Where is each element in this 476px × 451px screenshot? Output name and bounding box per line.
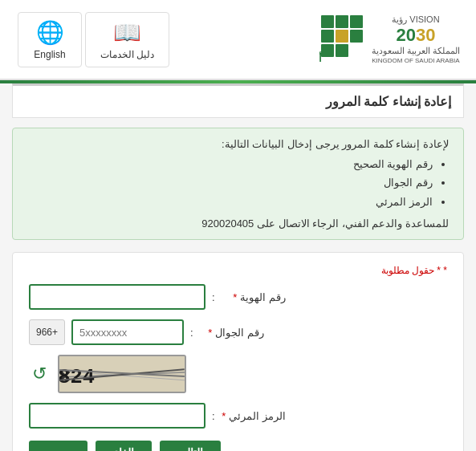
- captcha-image-row: × 6824 ↺: [29, 355, 447, 393]
- mobile-colon: :: [190, 327, 193, 339]
- header: VISION رؤية 2030 المملكة العربية السعودي…: [0, 0, 476, 80]
- id-label: رقم الهوية *: [222, 291, 286, 303]
- captcha-label: الرمز المرئي *: [222, 410, 286, 422]
- cancel-button[interactable]: إلغاء: [96, 441, 152, 451]
- captcha-req-star: *: [222, 410, 226, 422]
- vision-year: 2030: [396, 25, 435, 45]
- info-item-captcha: الرمز المرئي: [27, 193, 433, 211]
- mobile-field-row: رقم الجوال * : +966: [29, 319, 447, 345]
- required-note: * * حقول مطلوبة: [29, 265, 447, 276]
- id-input[interactable]: [29, 284, 205, 310]
- svg-text:6824: 6824: [59, 366, 95, 389]
- svg-rect-6: [321, 44, 334, 57]
- mobile-label-text: رقم الجوال: [215, 327, 264, 339]
- refresh-captcha-button[interactable]: ↺: [29, 360, 50, 388]
- id-field-row: رقم الهوية * :: [29, 284, 447, 310]
- id-req-star: *: [233, 291, 237, 303]
- absher-logo: أبشر: [319, 14, 364, 66]
- vision-label: VISION رؤية: [372, 14, 460, 25]
- book-icon: 📖: [113, 19, 141, 46]
- captcha-image: × 6824: [58, 355, 186, 393]
- buttons-row: التالي إلغاء مسح: [29, 441, 447, 451]
- required-star: *: [443, 265, 447, 276]
- page-title-bar: إعادة إنشاء كلمة المرور: [12, 83, 464, 118]
- id-label-text: رقم الهوية: [240, 291, 286, 303]
- info-item-id: رقم الهوية الصحيح: [27, 155, 433, 173]
- nav-english[interactable]: 🌐 English: [18, 12, 82, 67]
- form-area: * * حقول مطلوبة رقم الهوية * : رقم الجوا…: [12, 252, 464, 451]
- info-list: رقم الهوية الصحيح رقم الجوال الرمز المرئ…: [27, 155, 449, 211]
- captcha-svg: × 6824: [59, 355, 185, 393]
- captcha-input-row: الرمز المرئي * :: [29, 403, 447, 429]
- info-intro: لإعادة إنشاء كلمة المرور يرجى إدخال البي…: [27, 138, 449, 150]
- header-nav: 🌐 English 📖 دليل الخدمات: [16, 12, 171, 67]
- page-title: إعادة إنشاء كلمة المرور: [25, 94, 451, 109]
- nav-english-label: English: [34, 49, 65, 60]
- mobile-req-star: *: [208, 327, 212, 339]
- captcha-input[interactable]: [29, 403, 205, 429]
- captcha-colon: :: [212, 410, 215, 422]
- svg-rect-5: [350, 30, 363, 43]
- kingdom-label: المملكة العربية السعودية: [372, 46, 460, 56]
- nav-guide-label: دليل الخدمات: [100, 49, 154, 60]
- clear-button[interactable]: مسح: [29, 441, 87, 451]
- vision-text: VISION رؤية 2030 المملكة العربية السعودي…: [372, 14, 460, 64]
- info-item-mobile: رقم الجوال: [27, 173, 433, 192]
- mobile-label: رقم الجوال *: [200, 327, 264, 339]
- svg-rect-3: [321, 30, 334, 43]
- mobile-input[interactable]: [71, 319, 184, 345]
- vision-2030-logo: VISION رؤية 2030 المملكة العربية السعودي…: [372, 14, 460, 64]
- svg-rect-0: [321, 15, 334, 28]
- svg-rect-2: [350, 15, 363, 28]
- header-logos: VISION رؤية 2030 المملكة العربية السعودي…: [319, 14, 460, 66]
- info-support: للمساعدة والدعم الفني، الرجاء الاتصال عل…: [27, 217, 449, 230]
- id-colon: :: [212, 291, 215, 303]
- absher-svg-icon: أبشر: [319, 14, 364, 66]
- required-text: * حقول مطلوبة: [381, 265, 441, 276]
- globe-icon: 🌐: [36, 19, 64, 46]
- svg-rect-1: [336, 15, 348, 28]
- svg-rect-4: [336, 30, 348, 43]
- captcha-label-text: الرمز المرئي: [229, 410, 286, 422]
- kingdom-en-label: KINGDOM OF SAUDI ARABIA: [372, 57, 460, 65]
- nav-guide[interactable]: 📖 دليل الخدمات: [85, 12, 169, 67]
- info-box: لإعادة إنشاء كلمة المرور يرجى إدخال البي…: [12, 128, 464, 240]
- captcha-display: × 6824: [59, 356, 185, 392]
- next-button[interactable]: التالي: [160, 441, 221, 451]
- mobile-prefix: +966: [29, 319, 65, 345]
- svg-rect-7: [336, 44, 348, 57]
- main-content: إعادة إنشاء كلمة المرور لإعادة إنشاء كلم…: [0, 83, 476, 451]
- svg-text:أبشر: أبشر: [319, 51, 322, 65]
